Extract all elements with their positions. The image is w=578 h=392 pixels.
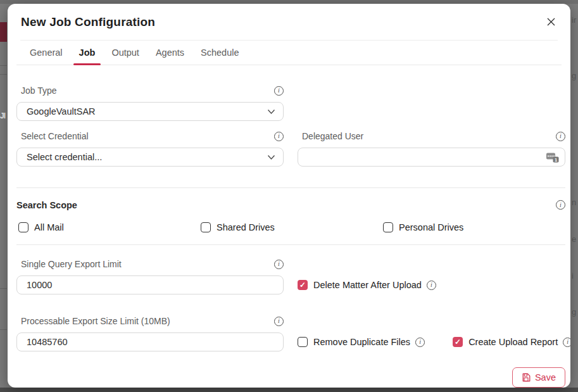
checkbox-create-upload-report[interactable]: Create Upload Report: [453, 337, 570, 347]
backdrop-line: [0, 288, 7, 289]
checkbox-label: Delete Matter After Upload: [313, 280, 422, 290]
processable-export-size-limit-field: [16, 332, 284, 351]
backdrop-text-fragment: e: [572, 234, 578, 244]
dialog-header: New Job Configuration: [8, 4, 570, 40]
backdrop-line: [0, 329, 7, 330]
backdrop-text-fragment: g: [572, 307, 578, 317]
section-divider: [16, 244, 565, 245]
processable-export-size-limit-label: Processable Export Size Limit (10MB): [21, 316, 170, 326]
dialog-title: New Job Configuration: [21, 15, 155, 29]
backdrop-text-fragment: g: [572, 71, 578, 80]
backdrop-text-fragment: i: [572, 271, 578, 281]
job-type-label: Job Type: [21, 85, 57, 96]
search-scope-info-icon[interactable]: [556, 200, 565, 210]
job-type-info-icon[interactable]: [274, 86, 284, 96]
tab-agents[interactable]: Agents: [150, 41, 190, 65]
select-credential-label: Select Credential: [21, 131, 89, 141]
checkbox-all-mail[interactable]: All Mail: [18, 222, 201, 232]
select-credential-group: Select Credential Select credential...: [16, 131, 284, 167]
select-credential-value: Select credential...: [27, 152, 267, 162]
tab-job[interactable]: Job: [73, 41, 101, 65]
job-type-group: Job Type GoogleVaultSAR: [16, 85, 284, 121]
checkbox-label: Shared Drives: [217, 222, 275, 232]
close-icon: [546, 17, 556, 27]
backdrop-line: [0, 74, 7, 75]
single-query-export-limit-group: Single Query Export Limit: [16, 259, 284, 294]
dialog-tabs: General Job Output Agents Schedule: [16, 41, 562, 65]
checkbox-shared-drives[interactable]: Shared Drives: [201, 222, 383, 232]
checkbox-icon: [201, 222, 211, 232]
checkbox-delete-matter-after-upload[interactable]: Delete Matter After Upload: [298, 280, 436, 290]
remove-duplicates-info-icon[interactable]: [415, 338, 425, 347]
delegated-user-label: Delegated User: [302, 131, 363, 141]
select-credential-info-icon[interactable]: [274, 132, 284, 141]
tab-schedule[interactable]: Schedule: [195, 41, 244, 65]
checkbox-checked-icon: [298, 280, 308, 290]
tab-output[interactable]: Output: [106, 41, 145, 65]
single-query-export-limit-field: [16, 275, 284, 294]
backdrop-text-fragment: Jl: [0, 111, 7, 120]
checkbox-label: Personal Drives: [399, 222, 463, 232]
checkbox-icon: [383, 222, 393, 232]
chevron-down-icon: [267, 109, 275, 115]
delegated-user-group: Delegated User 1: [298, 131, 565, 167]
checkbox-icon: [298, 337, 308, 347]
delete-matter-info-icon[interactable]: [427, 281, 436, 290]
delegated-user-input[interactable]: [308, 148, 546, 166]
job-type-select[interactable]: GoogleVaultSAR: [16, 102, 284, 121]
close-button[interactable]: [545, 16, 556, 28]
create-upload-report-info-icon[interactable]: [563, 338, 570, 347]
tab-content-job: Job Type GoogleVaultSAR Selec: [8, 85, 570, 388]
checkbox-label: Remove Duplicate Files: [313, 337, 410, 347]
processable-export-size-limit-group: Processable Export Size Limit (10MB): [16, 316, 284, 351]
save-icon: [522, 373, 531, 382]
checkbox-icon: [18, 222, 28, 232]
processable-export-size-limit-input[interactable]: [27, 333, 275, 351]
backdrop-line: [0, 65, 7, 66]
delegated-user-field: 1: [298, 148, 565, 167]
search-scope-options: All Mail Shared Drives Personal Drives: [16, 222, 565, 232]
checkbox-remove-duplicate-files[interactable]: Remove Duplicate Files: [298, 337, 425, 347]
keypad-picker-icon[interactable]: 1: [546, 151, 560, 163]
select-credential-select[interactable]: Select credential...: [16, 148, 284, 167]
save-button[interactable]: Save: [512, 367, 565, 388]
chevron-down-icon: [267, 155, 275, 160]
checkbox-label: Create Upload Report: [468, 337, 558, 347]
checkbox-label: All Mail: [34, 222, 64, 232]
checkbox-checked-icon: [453, 337, 463, 347]
backdrop-bottom-strip: [0, 388, 578, 392]
backdrop-text-fragment: n: [572, 198, 578, 207]
backdrop-page-header-fragment: [0, 22, 7, 42]
search-scope-header: Search Scope: [16, 199, 565, 210]
job-type-value: GoogleVaultSAR: [27, 106, 267, 117]
processable-export-size-limit-info-icon[interactable]: [274, 317, 284, 326]
checkbox-personal-drives[interactable]: Personal Drives: [383, 222, 565, 232]
tab-general[interactable]: General: [24, 41, 68, 65]
svg-text:1: 1: [555, 156, 557, 162]
new-job-configuration-dialog: New Job Configuration General Job Output…: [8, 4, 570, 388]
single-query-export-limit-input[interactable]: [27, 276, 275, 294]
backdrop-text-fragment: ir: [572, 15, 578, 25]
screen: Jl ir g n e i g New Job Configuration Ge…: [0, 0, 578, 392]
save-button-label: Save: [535, 372, 556, 383]
single-query-export-limit-info-icon[interactable]: [274, 260, 284, 269]
section-divider: [16, 187, 565, 188]
delegated-user-info-icon[interactable]: [556, 132, 565, 141]
dialog-footer: Save: [16, 367, 565, 388]
single-query-export-limit-label: Single Query Export Limit: [21, 259, 122, 269]
search-scope-title: Search Scope: [16, 200, 77, 210]
